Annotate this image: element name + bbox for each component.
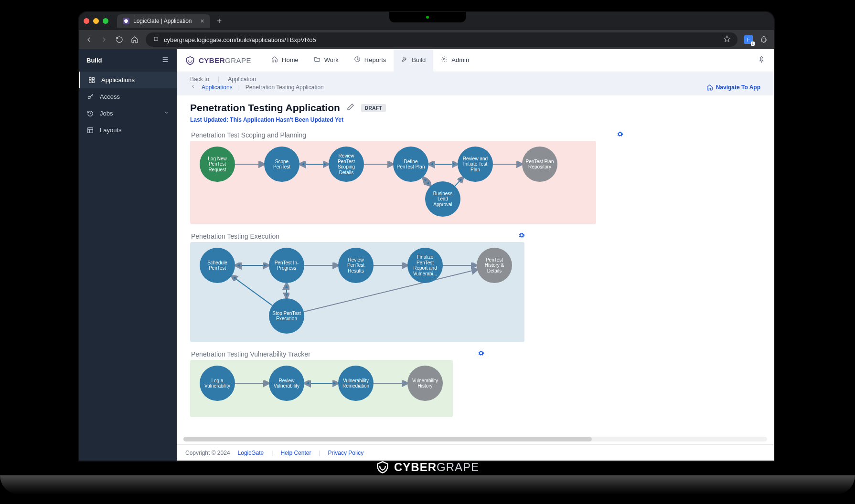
workflow-node[interactable]: Vulnerability History [407, 366, 443, 401]
svg-line-17 [423, 177, 431, 186]
sidebar-item-access[interactable]: Access [79, 88, 177, 105]
extension-icon[interactable]: F1 [744, 35, 753, 44]
sidebar-item-label: Jobs [100, 110, 113, 117]
workflow-node[interactable]: Review PenTest Results [338, 248, 374, 283]
tab-title: LogicGate | Application [133, 18, 192, 24]
page-title: Penetration Testing Application [190, 102, 340, 114]
bookmark-star-icon[interactable] [723, 35, 731, 44]
workflow-canvas[interactable]: Schedule PenTestPenTest In-ProgressRevie… [190, 242, 524, 342]
crumb-app-label: Application [228, 76, 256, 83]
sidebar-item-applications[interactable]: Applications [79, 72, 177, 88]
nav-reports[interactable]: Reports [346, 49, 394, 72]
sidebar-item-jobs[interactable]: Jobs [79, 105, 177, 122]
workflow-node[interactable]: PenTest History & Details [477, 248, 512, 283]
workflow-title: Penetration Test Scoping and Planning [191, 131, 306, 139]
nav-forward-icon[interactable] [100, 35, 108, 44]
workflow-node[interactable]: Review PenTest Scoping Details [329, 147, 364, 182]
laptop-base [0, 475, 855, 494]
gear-icon[interactable] [518, 232, 525, 240]
workflow-node[interactable]: Stop PenTest Execution [269, 298, 304, 334]
url-text: cybergrape.logicgate.com/build/applicati… [164, 36, 316, 43]
minimize-window-button[interactable] [93, 18, 99, 24]
svg-rect-5 [92, 77, 94, 79]
chart-icon [354, 56, 361, 64]
footer: Copyright © 2024 LogicGate | Help Center… [177, 444, 774, 461]
svg-line-25 [304, 270, 477, 312]
footer-link-help[interactable]: Help Center [280, 450, 311, 456]
workflow-canvas[interactable]: Log a VulnerabilityReview VulnerabilityV… [190, 360, 453, 417]
nav-label: Build [412, 56, 426, 63]
nav-work[interactable]: Work [306, 49, 346, 72]
horizontal-scrollbar[interactable] [183, 437, 767, 441]
sidebar-item-label: Applications [101, 76, 135, 84]
workflow-node[interactable]: Log New PenTest Request [200, 147, 235, 182]
sidebar-item-label: Layouts [100, 126, 122, 134]
nav-label: Reports [364, 56, 386, 63]
reload-icon[interactable] [115, 35, 124, 44]
crumb-applications-link[interactable]: Applications [202, 84, 233, 91]
last-updated-link[interactable]: Last Updated: This Application Hasn't Be… [190, 116, 760, 123]
home-icon[interactable] [130, 35, 139, 44]
sidebar-header: Build [79, 49, 177, 72]
scrollbar-thumb[interactable] [183, 437, 592, 441]
subbrand-banner: CYBERGRAPE [376, 461, 479, 474]
svg-point-11 [444, 58, 446, 60]
close-window-button[interactable] [84, 18, 89, 24]
hamburger-icon[interactable] [161, 56, 169, 65]
extensions-puzzle-icon[interactable] [759, 35, 768, 44]
key-icon [86, 94, 94, 100]
workflow-node[interactable]: Schedule PenTest [200, 248, 235, 283]
breadcrumb: Back to | Application Applications | Pen… [177, 72, 774, 93]
footer-copyright: Copyright © 2024 [185, 450, 230, 456]
folder-icon [314, 56, 321, 64]
gear-icon [441, 56, 448, 64]
gear-icon[interactable] [478, 350, 484, 358]
nav-admin[interactable]: Admin [433, 49, 477, 72]
sidebar-item-layouts[interactable]: Layouts [79, 122, 177, 138]
navigate-to-app-link[interactable]: Navigate To App [706, 84, 760, 91]
edit-title-icon[interactable] [347, 103, 354, 113]
top-nav: CYBERGRAPE HomeWorkReportsBuildAdmin [177, 49, 774, 72]
workflow-node[interactable]: Review and Initiate Test Plan [458, 147, 493, 182]
svg-rect-7 [92, 81, 94, 83]
footer-link-privacy[interactable]: Privacy Policy [328, 450, 364, 456]
brand-strong: CYBER [199, 56, 225, 64]
nav-back-icon[interactable] [85, 35, 93, 44]
workflow-section: Penetration Test Scoping and Planning Lo… [190, 131, 760, 224]
nav-home[interactable]: Home [264, 49, 306, 72]
url-field[interactable]: cybergrape.logicgate.com/build/applicati… [146, 32, 737, 47]
workflow-node[interactable]: Log a Vulnerability [200, 366, 235, 401]
pin-icon[interactable] [758, 56, 765, 65]
home-icon [271, 56, 278, 64]
site-settings-icon[interactable] [152, 36, 159, 44]
svg-line-18 [455, 177, 463, 186]
history-icon [86, 110, 94, 117]
nav-label: Home [282, 56, 299, 63]
maximize-window-button[interactable] [103, 18, 108, 24]
close-tab-icon[interactable]: × [201, 17, 204, 25]
workflow-node[interactable]: PenTest In-Progress [269, 248, 304, 283]
workflow-node[interactable]: Scope PenTest [264, 147, 299, 182]
new-tab-button[interactable]: + [214, 16, 225, 26]
brand-logo[interactable]: CYBERGRAPE [185, 56, 251, 65]
workflow-node[interactable]: Review Vulnerability [269, 366, 304, 401]
svg-rect-9 [88, 127, 93, 133]
workflow-section: Penetration Testing Vulnerability Tracke… [190, 350, 760, 417]
workflow-section: Penetration Testing Execution Schedule P… [190, 232, 760, 342]
workflow-title: Penetration Testing Execution [191, 232, 279, 240]
workflow-node[interactable]: Define PenTest Plan [393, 147, 428, 182]
svg-rect-4 [89, 77, 91, 79]
nav-build[interactable]: Build [394, 49, 433, 72]
workflow-node[interactable]: Finalize PenTest Report and Vulnerabi... [407, 248, 443, 283]
chevron-left-icon[interactable] [190, 84, 196, 91]
brand-thin: GRAPE [225, 56, 251, 64]
browser-tab[interactable]: LogicGate | Application × [117, 14, 210, 28]
sidebar: Build Applications Access Jobs Layouts [79, 49, 177, 461]
sidebar-item-label: Access [100, 93, 120, 100]
workflow-node[interactable]: Business Lead Approval [425, 181, 460, 217]
footer-link-logicgate[interactable]: LogicGate [238, 450, 264, 456]
workflow-node[interactable]: PenTest Plan Repository [522, 147, 557, 182]
workflow-node[interactable]: Vulnerability Remediation [338, 366, 374, 401]
workflow-canvas[interactable]: Log New PenTest RequestScope PenTestRevi… [190, 141, 596, 224]
gear-icon[interactable] [617, 131, 623, 139]
